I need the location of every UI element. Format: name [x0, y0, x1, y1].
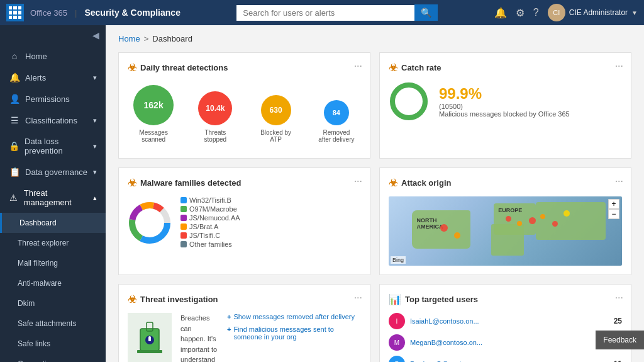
legend-label: JS/Nemucod.AA [189, 214, 240, 222]
chevron-down-icon: ▾ [93, 74, 97, 82]
user-email: MeganB@contoso.on... [410, 339, 609, 346]
attack-dot [540, 214, 545, 219]
help-icon[interactable]: ? [533, 7, 539, 18]
top-targeted-users-card: 📊 Top targeted users ··· I IsaiahL@conto… [379, 284, 631, 362]
map-label-north-america: NORTHAMERICA [417, 217, 443, 230]
sidebar-item-permissions[interactable]: 👤 Permissions [0, 88, 106, 110]
sidebar-item-threat-explorer[interactable]: Threat explorer [0, 233, 106, 253]
card-menu-icon[interactable]: ··· [354, 292, 362, 303]
sidebar-item-label: Data governance [25, 167, 87, 177]
sidebar-item-dkim[interactable]: Dkim [0, 293, 106, 314]
sidebar-sub-label: Dashboard [19, 218, 57, 227]
topbar-separator: | [75, 8, 77, 18]
sidebar-item-label: Classifications [25, 116, 77, 125]
legend-dot [180, 223, 187, 230]
user-row: I IsaiahL@contoso.on... 25 [389, 313, 622, 329]
username: CIE Administrator [569, 8, 628, 17]
catch-donut-chart [389, 81, 429, 122]
sidebar-item-quarantine[interactable]: Quarantine [0, 354, 106, 362]
catch-percent: 99.9% [439, 85, 570, 103]
breadcrumb-home[interactable]: Home [118, 34, 140, 43]
sidebar-item-data-loss-prevention[interactable]: 🔒 Data loss prevention ▾ [0, 131, 106, 161]
search-area: 🔍 [187, 4, 488, 21]
feedback-button[interactable]: Feedback [596, 331, 644, 349]
search-box: 🔍 [236, 4, 438, 21]
settings-icon[interactable]: ⚙ [516, 7, 525, 19]
card-menu-icon[interactable]: ··· [615, 60, 623, 72]
sidebar-item-dashboard[interactable]: Dashboard [0, 213, 106, 233]
chevron-down-icon: ▾ [93, 142, 97, 150]
chevron-down-icon: ▾ [93, 168, 97, 176]
legend-label: O97M/Macrobe [189, 205, 237, 213]
card-menu-icon[interactable]: ··· [615, 176, 623, 187]
threat-investigation-image [128, 313, 172, 362]
removed-label: Removed after delivery [318, 129, 355, 143]
sidebar-item-safe-links[interactable]: Safe links [0, 334, 106, 354]
lock-icon: 🔒 [9, 141, 19, 151]
main-content: Home > Dashboard ☣ Daily threat detectio… [106, 25, 644, 362]
avatar: P [389, 356, 405, 362]
sidebar-item-threat-management[interactable]: ⚠ Threat management ▴ [0, 183, 106, 213]
card-title: ☣ Attack origin [389, 177, 622, 189]
biohazard-icon: ☣ [128, 293, 136, 305]
card-title: 📊 Top targeted users [389, 293, 622, 305]
malware-donut-chart [128, 201, 172, 245]
card-menu-icon[interactable]: ··· [615, 292, 623, 303]
legend-dot [180, 206, 187, 212]
user-count: 25 [614, 317, 622, 325]
breadcrumb-current: Dashboard [152, 34, 192, 43]
sidebar-item-label: Permissions [25, 94, 70, 104]
sidebar-sub-label: Safe links [18, 339, 50, 348]
svg-point-1 [392, 85, 425, 118]
catch-rate-card: ☣ Catch rate ··· 99.9% (1 [379, 52, 631, 159]
threat-investigation-content: Breaches can happen. It's important to u… [180, 313, 218, 362]
map-asia [536, 202, 606, 240]
notifications-icon[interactable]: 🔔 [494, 7, 507, 19]
collapse-icon[interactable]: ◀ [92, 30, 99, 40]
card-menu-icon[interactable]: ··· [354, 176, 362, 187]
sidebar-item-alerts[interactable]: 🔔 Alerts ▾ [0, 67, 106, 88]
card-title: ☣ Daily threat detections [128, 62, 361, 74]
alerts-icon: 🔔 [9, 72, 20, 82]
sidebar-item-label: Threat management [24, 188, 88, 207]
user-menu[interactable]: CI CIE Administrator ▼ [548, 4, 638, 21]
sidebar-item-home[interactable]: ⌂ Home [0, 45, 106, 67]
messages-scanned: 162k Messages scanned [133, 85, 174, 143]
card-title: ☣ Malware families detected [128, 177, 361, 189]
bing-label: Bing [391, 256, 406, 264]
malware-families-card: ☣ Malware families detected ··· [118, 167, 370, 275]
avatar: M [389, 334, 405, 351]
attack-origin-map: NORTHAMERICA EUROPE Bing + [389, 196, 622, 266]
threat-link-1[interactable]: + Show messages removed after delivery [227, 313, 361, 320]
map-zoom-in-button[interactable]: + [608, 199, 619, 209]
sidebar-sub-label: Safe attachments [18, 319, 76, 328]
catch-rate-wrap: 99.9% (10500) Malicious messages blocked… [389, 81, 622, 122]
avatar: I [389, 313, 405, 329]
messages-scanned-label: Messages scanned [135, 129, 172, 143]
map-zoom-out-button[interactable]: − [608, 209, 619, 219]
legend-item: Other families [180, 240, 240, 248]
sidebar-item-safe-attachments[interactable]: Safe attachments [0, 314, 106, 334]
app-launcher-icon[interactable] [6, 4, 24, 21]
dashboard-grid: ☣ Daily threat detections ··· 162k Messa… [118, 52, 631, 362]
attack-origin-card: ☣ Attack origin ··· NORTHAMERICA EUROPE [379, 167, 631, 275]
removed-after-delivery: 84 Removed after delivery [318, 100, 355, 143]
card-title: ☣ Threat investigation [128, 293, 361, 305]
search-button[interactable]: 🔍 [414, 4, 438, 21]
sidebar-item-data-governance[interactable]: 📋 Data governance ▾ [0, 161, 106, 183]
threat-investigation-body: Breaches can happen. It's important to u… [180, 313, 218, 362]
breadcrumb-separator: > [144, 34, 149, 43]
threat-link-2[interactable]: + Find malicious messages sent to someon… [227, 325, 361, 341]
legend-dot [180, 215, 187, 221]
catch-info: 99.9% (10500) Malicious messages blocked… [439, 85, 570, 118]
card-menu-icon[interactable]: ··· [354, 60, 362, 72]
search-input[interactable] [236, 5, 414, 21]
sidebar-item-mail-filtering[interactable]: Mail filtering [0, 253, 106, 273]
sidebar-item-classifications[interactable]: ☰ Classifications ▾ [0, 110, 106, 131]
sidebar-item-anti-malware[interactable]: Anti-malware [0, 273, 106, 293]
sidebar-sub-label: Anti-malware [18, 279, 62, 288]
legend-item: Win32/Tisifi.B [180, 196, 240, 204]
breadcrumb: Home > Dashboard [118, 34, 631, 43]
attack-dot [529, 217, 536, 224]
legend-item: JS/Brat.A [180, 223, 240, 230]
